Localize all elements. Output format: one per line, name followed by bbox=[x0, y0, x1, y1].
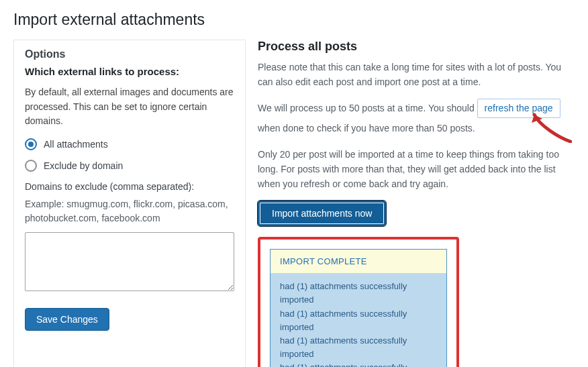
process-panel: Process all posts Please note that this … bbox=[258, 40, 575, 367]
options-description: By default, all external images and docu… bbox=[25, 85, 234, 129]
batch-text-pre: We will process up to 50 posts at a time… bbox=[258, 103, 477, 113]
result-line: had (1) attachments successfully importe… bbox=[280, 334, 437, 361]
result-header: IMPORT COMPLETE bbox=[271, 250, 446, 273]
radio-icon bbox=[25, 160, 37, 172]
result-callout: IMPORT COMPLETE had (1) attachments succ… bbox=[258, 237, 459, 367]
import-now-button[interactable]: Import attachments now bbox=[258, 201, 386, 226]
save-button[interactable]: Save Changes bbox=[25, 308, 109, 331]
domains-textarea[interactable] bbox=[25, 232, 234, 291]
domains-label: Domains to exclude (comma separated): bbox=[25, 181, 234, 192]
radio-all-attachments[interactable]: All attachments bbox=[25, 138, 234, 150]
result-box: IMPORT COMPLETE had (1) attachments succ… bbox=[270, 249, 447, 367]
options-subtitle: Which external links to process: bbox=[25, 66, 234, 77]
batch-text-post: when done to check if you have more than… bbox=[258, 123, 475, 134]
options-panel: Options Which external links to process:… bbox=[13, 40, 246, 367]
page-title: Import external attachments bbox=[13, 11, 575, 29]
batch-info: We will process up to 50 posts at a time… bbox=[258, 99, 575, 138]
options-title: Options bbox=[25, 48, 234, 60]
radio-label: Exclude by domain bbox=[44, 160, 123, 171]
domains-example: Example: smugmug.com, flickr.com, picasa… bbox=[25, 197, 234, 225]
result-line: had (1) attachments successfully importe… bbox=[280, 280, 437, 307]
refresh-page-button[interactable]: refresh the page bbox=[477, 99, 560, 117]
main-layout: Options Which external links to process:… bbox=[13, 40, 575, 367]
radio-icon bbox=[25, 138, 37, 150]
result-line: had (1) attachments successfully importe… bbox=[280, 361, 437, 367]
process-note: Please note that this can take a long ti… bbox=[258, 60, 575, 89]
radio-label: All attachments bbox=[44, 139, 108, 150]
limit-note: Only 20 per post will be imported at a t… bbox=[258, 148, 575, 191]
radio-exclude-by-domain[interactable]: Exclude by domain bbox=[25, 160, 234, 172]
result-line: had (1) attachments successfully importe… bbox=[280, 307, 437, 334]
process-heading: Process all posts bbox=[258, 40, 575, 54]
result-body: had (1) attachments successfully importe… bbox=[271, 273, 446, 367]
